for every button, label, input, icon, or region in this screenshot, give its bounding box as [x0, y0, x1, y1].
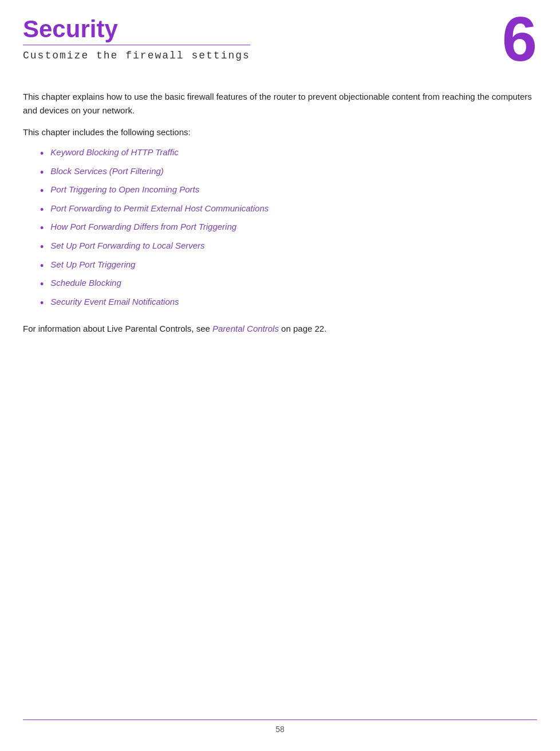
toc-link-block-services[interactable]: Block Services (Port Filtering): [50, 164, 164, 179]
toc-link-port-forwarding[interactable]: Port Forwarding to Permit External Host …: [50, 201, 269, 216]
list-item: • Set Up Port Triggering: [23, 257, 537, 275]
bullet-icon: •: [40, 201, 44, 219]
toc-link-keyword-blocking[interactable]: Keyword Blocking of HTTP Traffic: [50, 145, 178, 160]
toc-link-port-forwarding-differs[interactable]: How Port Forwarding Differs from Port Tr…: [50, 219, 236, 234]
footer-divider: [23, 719, 537, 720]
list-item: • Schedule Blocking: [23, 276, 537, 293]
intro-paragraph: This chapter explains how to use the bas…: [23, 90, 537, 117]
toc-list: • Keyword Blocking of HTTP Traffic • Blo…: [23, 145, 537, 312]
footer-link-text: Parental Controls: [212, 324, 279, 333]
title-left: Security Customize the firewall settings: [23, 16, 250, 61]
header-divider: [23, 45, 250, 45]
bullet-icon: •: [40, 182, 44, 200]
toc-link-schedule-blocking[interactable]: Schedule Blocking: [50, 276, 121, 290]
sections-intro: This chapter includes the following sect…: [23, 125, 537, 139]
parental-controls-link[interactable]: Parental Controls: [212, 324, 279, 333]
chapter-number: 6: [502, 10, 537, 67]
toc-link-security-email[interactable]: Security Event Email Notifications: [50, 294, 179, 309]
list-item: • Block Services (Port Filtering): [23, 164, 537, 182]
toc-link-port-triggering[interactable]: Port Triggering to Open Incoming Ports: [50, 182, 199, 197]
list-item: • Port Forwarding to Permit External Hos…: [23, 201, 537, 219]
toc-link-setup-port-forwarding[interactable]: Set Up Port Forwarding to Local Servers: [50, 238, 204, 253]
subtitle: Customize the firewall settings: [23, 50, 250, 61]
page-container: Security Customize the firewall settings…: [0, 0, 560, 751]
chapter-title: Security: [23, 16, 250, 42]
bullet-icon: •: [40, 145, 44, 163]
toc-link-setup-port-triggering[interactable]: Set Up Port Triggering: [50, 257, 135, 272]
bullet-icon: •: [40, 294, 44, 312]
footer-paragraph: For information about Live Parental Cont…: [23, 322, 537, 336]
content-section: This chapter explains how to use the bas…: [0, 67, 560, 751]
bullet-icon: •: [40, 238, 44, 256]
bullet-icon: •: [40, 276, 44, 293]
list-item: • How Port Forwarding Differs from Port …: [23, 219, 537, 237]
bullet-icon: •: [40, 164, 44, 182]
page-number: 58: [275, 725, 285, 734]
list-item: • Security Event Email Notifications: [23, 294, 537, 312]
footer-text-suffix: on page 22.: [279, 324, 326, 333]
bullet-icon: •: [40, 219, 44, 237]
page-footer: 58: [0, 719, 560, 734]
title-row: Security Customize the firewall settings…: [23, 16, 537, 67]
bullet-icon: •: [40, 257, 44, 275]
list-item: • Keyword Blocking of HTTP Traffic: [23, 145, 537, 163]
footer-text-prefix: For information about Live Parental Cont…: [23, 324, 212, 333]
list-item: • Port Triggering to Open Incoming Ports: [23, 182, 537, 200]
header-section: Security Customize the firewall settings…: [0, 0, 560, 67]
list-item: • Set Up Port Forwarding to Local Server…: [23, 238, 537, 256]
